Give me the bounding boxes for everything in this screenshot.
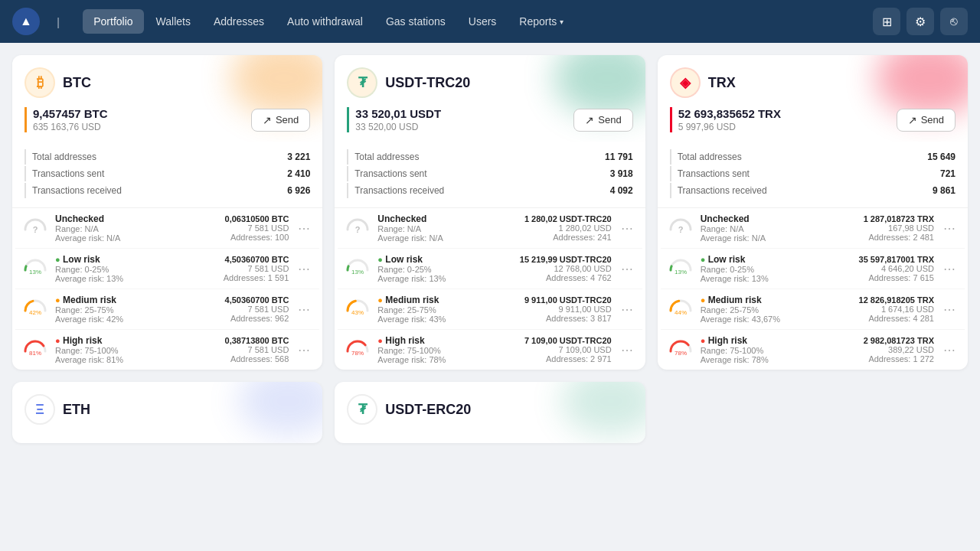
risk-range: Range: 25-75% (701, 305, 853, 315)
risk-name: ● High risk (55, 335, 219, 346)
risk-range: Range: 25-75% (55, 305, 219, 315)
card-title-row: ₿ BTC (24, 67, 310, 98)
risk-amounts: 0,38713800 BTC 7 581 USD Addresses: 568 (225, 336, 289, 364)
risk-info: ● High risk Range: 75-100% Average risk:… (55, 335, 219, 364)
risk-crypto: 35 597,817001 TRX (859, 255, 934, 264)
stat-row: Transactions received 9 861 (670, 183, 956, 198)
risk-avg: Average risk: N/A (701, 233, 858, 243)
risk-addresses: Addresses: 962 (225, 314, 289, 323)
risk-name: ● High risk (701, 335, 858, 346)
card-title-row: ₮ USDT-TRC20 (347, 67, 632, 98)
risk-usd: 4 646,20 USD (859, 264, 934, 273)
stat-row: Transactions sent 3 918 (347, 166, 632, 181)
risk-crypto: 1 287,018723 TRX (864, 214, 934, 223)
risk-usd: 9 911,00 USD (524, 305, 612, 314)
gauge-svg: ? (667, 214, 694, 242)
risk-gauge: ? (21, 214, 49, 242)
stat-label: Transactions sent (32, 168, 104, 179)
stat-row: Total addresses 11 791 (347, 149, 632, 165)
balance-usd: 5 997,96 USD (678, 122, 781, 132)
main-grid: ₿ BTC 9,457457 BTC 635 163,76 USD ↗ Send… (0, 43, 980, 382)
risk-info: ● Low risk Range: 0-25% Average risk: 13… (377, 254, 513, 283)
risk-more-button[interactable]: ⋯ (940, 219, 959, 237)
risk-row: ? Unchecked Range: N/A Average risk: N/A… (338, 208, 642, 249)
risk-addresses: Addresses: 241 (524, 233, 612, 242)
risk-usd: 7 581 USD (225, 223, 289, 233)
balance-amount: 52 693,835652 TRX (678, 107, 781, 120)
nav-item-reports[interactable]: Reports ▾ (508, 9, 574, 34)
risk-more-button[interactable]: ⋯ (940, 300, 959, 318)
risk-crypto: 0,38713800 BTC (225, 336, 289, 345)
svg-text:43%: 43% (351, 309, 364, 316)
nav-item-addresses[interactable]: Addresses (203, 9, 275, 34)
coin-name: TRX (708, 75, 736, 91)
logo[interactable]: ▲ | (12, 8, 70, 35)
risk-more-button[interactable]: ⋯ (618, 219, 636, 237)
coin-icon: ◈ (670, 67, 701, 98)
risk-avg: Average risk: N/A (55, 233, 219, 243)
card-balance-row: 9,457457 BTC 635 163,76 USD ↗ Send (24, 107, 310, 132)
gauge-svg: 81% (21, 336, 49, 364)
card-usdt-trc20: ₮ USDT-TRC20 33 520,01 USDT 33 520,00 US… (335, 55, 645, 370)
coin-icon: ₿ (24, 67, 55, 98)
risk-more-button[interactable]: ⋯ (295, 259, 313, 278)
risk-name: Unchecked (377, 214, 518, 224)
risk-more-button[interactable]: ⋯ (295, 341, 313, 359)
nav-item-users[interactable]: Users (458, 9, 508, 34)
risk-range: Range: 75-100% (701, 346, 858, 355)
risk-more-button[interactable]: ⋯ (940, 259, 959, 278)
risk-row: 78% ● High risk Range: 75-100% Average r… (661, 330, 965, 370)
logout-icon[interactable]: ⎋ (940, 8, 968, 35)
risk-status-icon: ● (377, 336, 383, 345)
risk-amounts: 12 826,918205 TRX 1 674,16 USD Addresses… (859, 295, 934, 323)
stat-row: Transactions received 6 926 (24, 183, 310, 198)
risk-amounts: 4,50360700 BTC 7 581 USD Addresses: 1 59… (224, 255, 289, 282)
gauge-svg: 78% (344, 336, 371, 364)
risk-addresses: Addresses: 2 971 (524, 354, 612, 364)
risk-more-button[interactable]: ⋯ (295, 300, 313, 318)
risk-name: ● Medium risk (701, 295, 853, 305)
risk-row: 78% ● High risk Range: 75-100% Average r… (338, 330, 642, 370)
bottom-row: Ξ ETH ₮ USDT-ERC20 (0, 382, 980, 455)
risk-status-icon: ● (377, 255, 383, 264)
risk-info: Unchecked Range: N/A Average risk: N/A (377, 214, 518, 243)
risk-avg: Average risk: 78% (377, 355, 518, 364)
risk-info: ● Low risk Range: 0-25% Average risk: 13… (701, 254, 853, 283)
risk-status-icon: ● (701, 255, 706, 264)
nav-item-wallets[interactable]: Wallets (145, 9, 201, 34)
grid-icon[interactable]: ⊞ (873, 8, 900, 35)
risk-more-button[interactable]: ⋯ (618, 300, 636, 318)
risk-more-button[interactable]: ⋯ (618, 341, 636, 359)
risk-addresses: Addresses: 1 272 (864, 354, 934, 364)
nav-item-gas-stations[interactable]: Gas stations (375, 9, 456, 34)
nav-item-auto-withdrawal[interactable]: Auto withdrawal (276, 9, 374, 34)
card-balance-row: 33 520,01 USDT 33 520,00 USD ↗ Send (347, 107, 632, 132)
settings-icon[interactable]: ⚙ (906, 8, 934, 35)
risk-avg: Average risk: 43,67% (701, 315, 853, 324)
card-title-row: Ξ ETH (24, 394, 310, 425)
risk-status-icon: ● (55, 255, 60, 264)
stat-row: Transactions sent 721 (670, 166, 956, 181)
risk-more-button[interactable]: ⋯ (618, 259, 636, 278)
send-button[interactable]: ↗ Send (573, 109, 632, 132)
balance-amount: 33 520,01 USDT (355, 107, 441, 120)
send-button[interactable]: ↗ Send (251, 109, 310, 132)
risk-section: ? Unchecked Range: N/A Average risk: N/A… (335, 208, 645, 370)
risk-amounts: 0,06310500 BTC 7 581 USD Addresses: 100 (225, 214, 289, 242)
send-icon: ↗ (263, 114, 272, 126)
risk-crypto: 9 911,00 USDT-TRC20 (524, 295, 612, 305)
risk-usd: 7 109,00 USD (524, 345, 612, 354)
risk-range: Range: 25-75% (377, 305, 518, 315)
risk-info: ● Medium risk Range: 25-75% Average risk… (701, 295, 853, 324)
risk-amounts: 1 287,018723 TRX 167,98 USD Addresses: 2… (864, 214, 934, 242)
nav-item-portfolio[interactable]: Portfolio (83, 9, 143, 34)
stat-label: Total addresses (678, 152, 742, 162)
send-button[interactable]: ↗ Send (897, 109, 956, 132)
risk-more-button[interactable]: ⋯ (940, 341, 959, 359)
risk-range: Range: 75-100% (55, 346, 219, 355)
risk-more-button[interactable]: ⋯ (295, 219, 313, 237)
risk-usd: 167,98 USD (864, 223, 934, 233)
risk-crypto: 2 982,081723 TRX (864, 336, 934, 345)
balance-usd: 635 163,76 USD (33, 122, 108, 132)
risk-avg: Average risk: 13% (55, 274, 217, 283)
